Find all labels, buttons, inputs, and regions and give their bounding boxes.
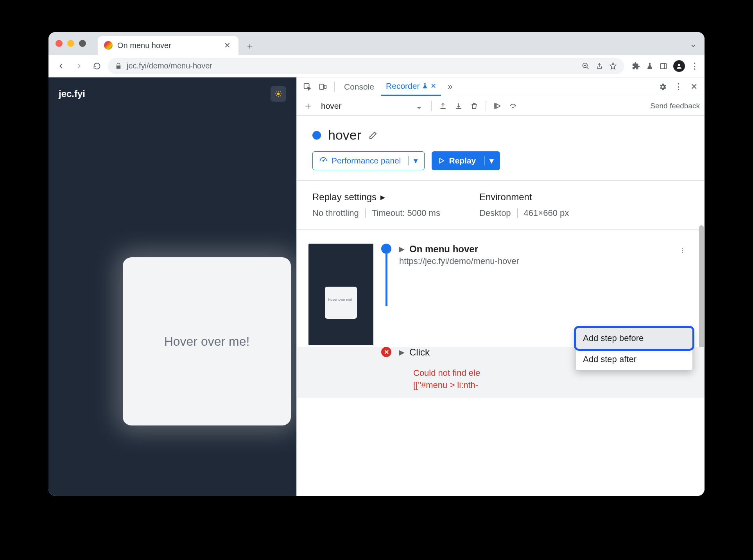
step-menu-button[interactable]: ⋮ [676,244,689,257]
step-title: On menu hover [409,244,478,255]
recorder-body: hover Performance panel ▾ Replay ▾ [297,116,705,496]
gauge-icon [319,156,328,165]
svg-rect-5 [320,84,324,89]
svg-point-8 [513,107,513,108]
share-icon[interactable] [596,62,603,70]
performance-panel-button[interactable]: Performance panel ▾ [312,151,425,170]
zoom-out-icon[interactable] [582,62,590,70]
flask-icon [422,83,428,90]
timeline [380,244,392,306]
bookmark-star-icon[interactable] [609,62,617,70]
viewport-value: 461×660 px [524,208,569,218]
performance-dropdown-icon[interactable]: ▾ [409,156,418,165]
device-value: Desktop [479,208,511,218]
step-url: https://jec.fyi/demo/menu-hover [399,256,669,266]
separator [365,208,366,218]
play-icon [438,157,445,164]
theme-toggle-button[interactable] [271,86,286,102]
recorder-toolbar: ＋ hover ⌄ Send feedback [297,96,705,116]
devtools-panel: Console Recorder ✕ » ⋮ ✕ ＋ h [296,77,705,496]
site-title: jec.fyi [59,88,85,99]
settings-block: Replay settings ▸ No throttling Timeout:… [297,180,705,230]
timeout-value: Timeout: 5000 ms [372,208,440,218]
timeline-node-icon [381,244,391,254]
throttling-value: No throttling [312,208,359,218]
hover-card[interactable]: Hover over me! [123,257,291,425]
context-menu: Add step before Add step after [576,327,693,370]
replay-label: Replay [449,156,476,165]
more-tabs-icon[interactable]: » [443,80,457,93]
omnibox-actions [582,62,617,70]
tab-recorder-label: Recorder [386,81,420,91]
favicon-icon [104,41,113,50]
separator [517,208,518,218]
caret-right-icon: ▸ [380,192,385,203]
browser-menu-icon[interactable]: ⋮ [690,61,699,71]
ctx-add-step-before[interactable]: Add step before [576,328,692,349]
recording-selector[interactable]: hover ⌄ [317,99,427,113]
new-tab-button[interactable]: ＋ [243,39,256,52]
svg-point-9 [323,160,324,162]
expand-icon[interactable]: ▶ [399,348,405,357]
recorder-actions: Performance panel ▾ Replay ▾ [297,151,705,180]
expand-icon[interactable]: ▶ [399,245,405,253]
svg-rect-7 [495,104,496,108]
close-tab-icon[interactable]: ✕ [430,82,436,90]
replay-speed-icon[interactable] [491,99,504,113]
profile-avatar-icon[interactable] [673,60,685,72]
url-text: jec.fyi/demo/menu-hover [127,61,577,70]
tab-title: On menu hover [117,41,218,50]
recording-header: hover [297,116,705,151]
delete-icon[interactable] [468,99,481,113]
tabs-dropdown-icon[interactable]: ⌄ [690,39,697,49]
inspect-element-icon[interactable] [301,80,314,93]
close-tab-icon[interactable]: ✕ [222,41,232,50]
settings-gear-icon[interactable] [656,80,669,93]
forward-button[interactable] [72,59,86,73]
tab-strip: On menu hover ✕ ＋ ⌄ [48,32,705,55]
minimize-window-icon[interactable] [67,40,74,47]
tab-console[interactable]: Console [339,78,379,95]
close-devtools-icon[interactable]: ✕ [687,80,701,93]
svg-rect-1 [661,63,667,68]
send-feedback-link[interactable]: Send feedback [650,102,700,110]
recording-selector-value: hover [321,101,342,111]
side-panel-icon[interactable] [659,62,668,70]
labs-flask-icon[interactable] [646,62,654,70]
edit-title-icon[interactable] [368,131,378,140]
step-thumbnail: Hover over me! [308,244,373,345]
recording-title: hover [328,127,361,143]
maximize-window-icon[interactable] [79,40,86,47]
device-toggle-icon[interactable] [316,80,330,93]
svg-rect-6 [324,85,326,88]
extensions-icon[interactable] [632,62,640,70]
devtools-tabbar: Console Recorder ✕ » ⋮ ✕ [297,77,705,96]
recording-status-dot-icon [312,131,321,140]
browser-toolbar: jec.fyi/demo/menu-hover ⋮ [48,55,705,77]
lock-icon [115,63,122,70]
address-bar[interactable]: jec.fyi/demo/menu-hover [108,58,624,74]
tab-recorder[interactable]: Recorder ✕ [381,77,441,96]
thumb-text: Hover over me! [328,298,352,302]
svg-point-3 [277,93,280,95]
close-window-icon[interactable] [56,40,63,47]
browser-window: On menu hover ✕ ＋ ⌄ jec.fyi/demo/menu-ho… [48,32,705,496]
environment-label: Environment [479,192,532,203]
export-icon[interactable] [436,99,450,113]
content-area: jec.fyi Hover over me! Console [48,77,705,496]
step-title: Click [409,347,430,358]
hover-card-text: Hover over me! [164,334,250,349]
ctx-add-step-after[interactable]: Add step after [576,349,692,370]
back-button[interactable] [54,59,68,73]
replay-button[interactable]: Replay ▾ [432,151,500,170]
replay-settings-toggle[interactable]: Replay settings ▸ [312,192,440,203]
devtools-menu-icon[interactable]: ⋮ [672,80,685,93]
performance-panel-label: Performance panel [332,156,401,165]
reload-button[interactable] [90,59,104,73]
timeline-error-icon: ✕ [381,347,391,357]
new-recording-button[interactable]: ＋ [301,99,315,113]
step-over-icon[interactable] [506,99,520,113]
replay-dropdown-icon[interactable]: ▾ [484,156,494,165]
import-icon[interactable] [452,99,465,113]
browser-tab[interactable]: On menu hover ✕ [98,36,238,55]
